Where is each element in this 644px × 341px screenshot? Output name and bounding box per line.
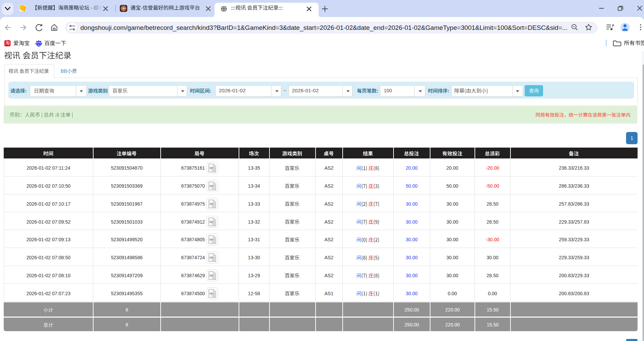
svg-text:du: du xyxy=(38,44,40,46)
